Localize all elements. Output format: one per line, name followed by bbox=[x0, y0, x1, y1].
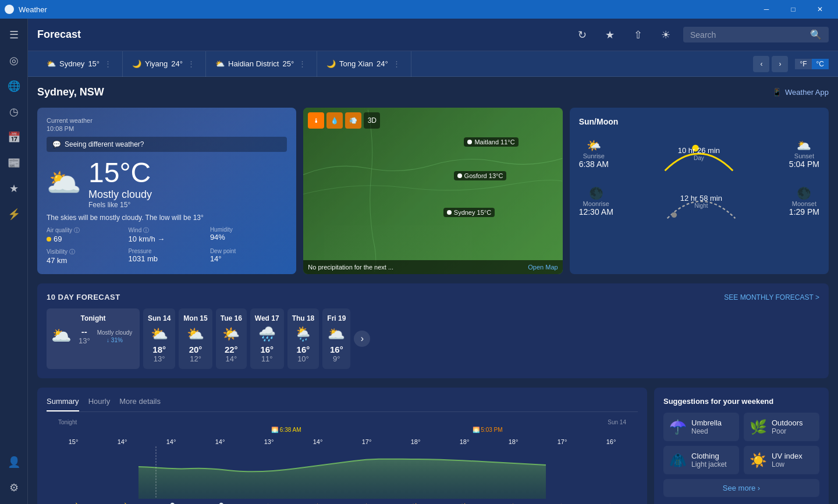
header-actions: ↻ ★ ⇧ ☀ 🔍 bbox=[571, 24, 829, 45]
weather-app-button[interactable]: 📱 Weather App bbox=[772, 88, 829, 97]
location-tongxian[interactable]: 🌙 Tong Xian 24° ⋮ bbox=[317, 51, 411, 77]
chat-icon: 💬 bbox=[52, 140, 61, 148]
location-yiyang[interactable]: 🌙 Yiyang 24° ⋮ bbox=[123, 51, 206, 77]
temp-block: 15°C Mostly cloudy Feels like 15° bbox=[88, 157, 152, 209]
sunset-val: 5:04 PM bbox=[789, 159, 819, 169]
titlebar-left: Weather bbox=[5, 5, 47, 14]
sunrise-val: 6:38 AM bbox=[579, 159, 609, 169]
clothing-icon: 🧥 bbox=[669, 452, 687, 468]
moonset-block: 🌑 Moonset 1:29 PM bbox=[789, 186, 819, 216]
tonight-marker: Tonight bbox=[58, 419, 77, 425]
titlebar: Weather ─ □ ✕ bbox=[0, 0, 838, 19]
feels-like: Feels like 15° bbox=[88, 201, 152, 209]
location-bar: ⛅ Sydney 15° ⋮ 🌙 Yiyang 24° ⋮ ⛅ Haidian … bbox=[28, 51, 838, 77]
search-icon: 🔍 bbox=[810, 29, 822, 40]
forecast-sun14: Sun 14 ⛅ 18° 13° bbox=[143, 308, 175, 369]
haidian-name: Haidian District bbox=[228, 59, 279, 68]
tab-more-details[interactable]: More details bbox=[119, 397, 161, 411]
see-monthly-link[interactable]: SEE MONTHLY FORECAST > bbox=[724, 293, 819, 301]
sydney-menu[interactable]: ⋮ bbox=[104, 59, 112, 68]
display-icon[interactable]: ☀ bbox=[655, 24, 676, 45]
weather-grid: Current weather 10:08 PM 💬 Seeing differ… bbox=[37, 108, 829, 274]
search-input[interactable] bbox=[690, 30, 805, 40]
sidebar-item-favorites[interactable]: ★ bbox=[2, 177, 26, 200]
location-next[interactable]: › bbox=[772, 56, 788, 72]
map-3d-button[interactable]: 3D bbox=[364, 112, 380, 129]
map-wind-button[interactable]: 💨 bbox=[345, 112, 361, 129]
location-nav: ‹ › °F °C bbox=[753, 56, 829, 72]
city-header: Sydney, NSW 📱 Weather App bbox=[37, 86, 829, 98]
chart-area: Tonight Sun 14 🌅 6:38 AM 🌅 5:03 PM bbox=[47, 419, 638, 504]
tongxian-temp: 24° bbox=[377, 59, 388, 68]
sidebar-item-maps[interactable]: 🌐 bbox=[2, 74, 26, 98]
tab-summary[interactable]: Summary bbox=[47, 397, 79, 411]
phone-icon: 📱 bbox=[772, 88, 782, 97]
suggestions-grid: ☂️ Umbrella Need 🌿 Outdoors Po bbox=[663, 413, 819, 474]
detail-pressure: Pressure 1031 mb bbox=[128, 248, 205, 265]
sidebar-item-settings[interactable]: ⚙ bbox=[2, 476, 26, 499]
share-icon[interactable]: ⇧ bbox=[627, 24, 648, 45]
map-precip-button[interactable]: 💧 bbox=[326, 112, 343, 129]
hourly-icons: 🌙 🌙 🌧️ 🌧️ 🌥️ ⛅ ⛅ 🌤️ 🌤️ ⛅ 🌥️ bbox=[47, 501, 638, 504]
svg-point-1 bbox=[672, 212, 677, 218]
location-sydney[interactable]: ⛅ Sydney 15° ⋮ bbox=[37, 51, 123, 77]
open-map-link[interactable]: Open Map bbox=[528, 264, 558, 271]
sun-moon-title: Sun/Moon bbox=[579, 117, 819, 126]
titlebar-title: Weather bbox=[19, 5, 47, 14]
tongxian-icon: 🌙 bbox=[326, 59, 336, 68]
detail-wind: Wind ⓘ 10 km/h → bbox=[128, 226, 205, 243]
tab-hourly[interactable]: Hourly bbox=[88, 397, 111, 411]
sydney-temp: 15° bbox=[88, 59, 100, 68]
see-more-button[interactable]: See more › bbox=[663, 479, 819, 497]
sidebar: ☰ ◎ 🌐 ◷ 📅 📰 ★ ⚡ 👤 ⚙ bbox=[0, 19, 28, 504]
favorite-icon[interactable]: ★ bbox=[599, 24, 620, 45]
moonrise-label: Moonrise bbox=[579, 200, 613, 207]
sugg-uv-text: UV index Low bbox=[772, 452, 803, 468]
sidebar-item-news[interactable]: 📰 bbox=[2, 151, 26, 175]
refresh-icon[interactable]: ↻ bbox=[571, 24, 592, 45]
detail-humidity: Humidity 94% bbox=[210, 226, 287, 243]
current-weather-time: 10:08 PM bbox=[47, 125, 287, 132]
map-temp-button[interactable]: 🌡 bbox=[308, 112, 324, 129]
tongxian-menu[interactable]: ⋮ bbox=[393, 59, 400, 68]
yiyang-icon: 🌙 bbox=[132, 59, 141, 68]
sidebar-item-severe[interactable]: ⚡ bbox=[2, 203, 26, 226]
main-content: Forecast ↻ ★ ⇧ ☀ 🔍 ⛅ Sydney 15° ⋮ 🌙 bbox=[28, 19, 838, 504]
sidebar-item-hourly[interactable]: ◷ bbox=[2, 100, 26, 123]
no-precip-text: No precipitation for the next ... bbox=[308, 264, 393, 271]
yiyang-name: Yiyang bbox=[145, 59, 168, 68]
tonight-label: Tonight bbox=[51, 314, 135, 322]
location-haidian[interactable]: ⛅ Haidian District 25° ⋮ bbox=[206, 51, 317, 77]
tonight-icon: 🌥️ bbox=[51, 326, 72, 345]
maximize-button[interactable]: □ bbox=[780, 0, 807, 19]
seeing-different-weather-banner[interactable]: 💬 Seeing different weather? bbox=[47, 137, 287, 152]
close-button[interactable]: ✕ bbox=[807, 0, 833, 19]
sidebar-item-account[interactable]: 👤 bbox=[2, 450, 26, 474]
sugg-clothing: 🧥 Clothing Light jacket bbox=[663, 446, 739, 474]
map-card: 🌡 💧 💨 3D Maitland 11°C Gosford 13°C bbox=[303, 108, 562, 274]
forecast-next-btn[interactable]: › bbox=[354, 331, 370, 347]
city-name: Sydney, NSW bbox=[37, 86, 104, 98]
moonset-label: Moonset bbox=[789, 200, 819, 207]
svg-chart-wrap bbox=[47, 446, 638, 501]
detail-dewpoint: Dew point 14° bbox=[210, 248, 287, 265]
unit-f-button[interactable]: °F bbox=[795, 59, 811, 69]
haidian-menu[interactable]: ⋮ bbox=[299, 59, 306, 68]
minimize-button[interactable]: ─ bbox=[753, 0, 780, 19]
sidebar-item-home[interactable]: ☰ bbox=[2, 23, 26, 47]
current-description: Mostly cloudy bbox=[88, 189, 152, 201]
unit-c-button[interactable]: °C bbox=[812, 59, 829, 69]
forecast-thu18: Thu 18 🌦️ 16° 10° bbox=[287, 308, 319, 369]
sugg-clothing-text: Clothing Light jacket bbox=[691, 452, 727, 468]
sugg-outdoors: 🌿 Outdoors Poor bbox=[744, 413, 819, 441]
sugg-umbrella: ☂️ Umbrella Need bbox=[663, 413, 739, 441]
sidebar-item-radar[interactable]: ◎ bbox=[2, 49, 26, 72]
sidebar-item-calendar[interactable]: 📅 bbox=[2, 126, 26, 149]
map-inner: 🌡 💧 💨 3D Maitland 11°C Gosford 13°C bbox=[303, 108, 562, 274]
map-toolbar: 🌡 💧 💨 3D bbox=[308, 112, 380, 129]
sunset-icon: 🌥️ bbox=[789, 139, 819, 152]
location-prev[interactable]: ‹ bbox=[753, 56, 769, 72]
sun14-marker: Sun 14 bbox=[608, 419, 626, 425]
yiyang-menu[interactable]: ⋮ bbox=[187, 59, 195, 68]
tonight-desc-block: Mostly cloudy ↓ 31% bbox=[97, 328, 133, 343]
